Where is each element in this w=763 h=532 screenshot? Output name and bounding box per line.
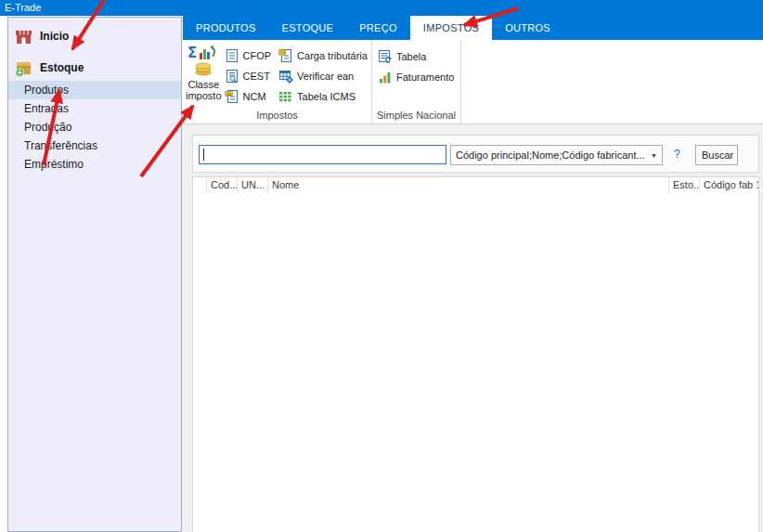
tab-produtos[interactable]: PRODUTOS <box>183 16 269 40</box>
tab-impostos[interactable]: IMPOSTOS <box>410 16 492 40</box>
search-panel: Código principal;Nome;Código fabricant..… <box>192 135 759 173</box>
ribbon-tab-bar: PRODUTOS ESTOQUE PREÇO IMPOSTOS OUTROS <box>183 16 763 40</box>
sidebar-section-inicio[interactable]: Inicio <box>8 25 181 47</box>
tab-estoque[interactable]: ESTOQUE <box>269 16 347 40</box>
group-label-simples-nacional: Simples Nacional <box>372 110 460 121</box>
cfop-button[interactable]: CFOP <box>222 45 275 66</box>
document-search-icon <box>225 69 239 84</box>
document-badge-icon: 13 <box>278 48 293 63</box>
column-header-unidade[interactable]: UN... <box>238 177 268 194</box>
column-header-nome[interactable]: Nome <box>268 177 669 194</box>
tab-outros[interactable]: OUTROS <box>492 16 563 40</box>
main-content: Código principal;Nome;Código fabricant..… <box>192 135 759 532</box>
table-swirl-icon <box>378 49 393 64</box>
app-title: E-Trade <box>5 2 41 13</box>
table-body[interactable] <box>193 194 758 532</box>
ribbon-group-simples-nacional: Tabela Faturamento Simples Nacional <box>372 40 461 123</box>
column-header-estoque[interactable]: Esto... <box>669 177 700 194</box>
group-label-impostos: Impostos <box>183 110 371 121</box>
search-field-value: Código principal;Nome;Código fabricant..… <box>456 149 647 161</box>
svg-text:Σ: Σ <box>188 45 197 61</box>
tab-preco[interactable]: PREÇO <box>346 16 410 40</box>
document-list-icon <box>225 48 239 63</box>
sidebar-section-label: Inicio <box>40 30 69 43</box>
sidebar-nav-list: Produtos Entradas Produção Transferência… <box>8 81 181 174</box>
sidebar-section-estoque[interactable]: Estoque <box>8 57 181 79</box>
svg-text:ab: ab <box>226 92 231 97</box>
ribbon-group-impostos: Σ Classe imposto <box>183 40 372 123</box>
titlebar: E-Trade <box>0 0 763 16</box>
classe-imposto-label: Classe imposto <box>186 79 222 101</box>
app-window: E-Trade PRODUTOS ESTOQUE PREÇO IMPOSTOS … <box>0 0 763 532</box>
crate-plus-icon <box>15 59 32 77</box>
sidebar-item-producao[interactable]: Produção <box>8 118 181 136</box>
ncm-button[interactable]: ab NCM <box>222 86 275 107</box>
green-grid-icon <box>278 89 293 104</box>
search-field-select[interactable]: Código principal;Nome;Código fabricant..… <box>450 145 663 165</box>
sigma-chart-coins-icon: Σ <box>188 45 219 76</box>
sidebar: Inicio Estoque Produtos Entradas Produçã… <box>7 17 182 532</box>
search-help-link[interactable]: ? <box>674 148 680 161</box>
svg-text:13: 13 <box>280 50 286 55</box>
tabela-icms-button[interactable]: Tabela ICMS <box>276 86 370 107</box>
column-header-selector[interactable] <box>193 177 207 194</box>
ribbon: Σ Classe imposto <box>183 40 763 124</box>
sidebar-item-emprestimo[interactable]: Empréstimo <box>8 155 181 174</box>
ribbon-empty-area <box>461 40 763 123</box>
sidebar-item-produtos[interactable]: Produtos <box>8 81 181 99</box>
products-table: Cod... UN... Nome Esto... Código fab 1 <box>192 176 759 532</box>
cest-button[interactable]: CEST <box>222 66 275 86</box>
document-tag-icon: ab <box>225 89 239 104</box>
table-gear-icon <box>278 69 293 84</box>
verificar-ean-button[interactable]: Verificar ean <box>276 66 370 86</box>
store-icon <box>15 28 32 45</box>
carga-tributaria-button[interactable]: 13 Carga tributária <box>276 45 370 66</box>
column-header-codigo-fab[interactable]: Código fab 1 <box>700 177 758 194</box>
impostos-buttons: CFOP CEST <box>222 45 370 107</box>
sidebar-item-entradas[interactable]: Entradas <box>8 99 181 118</box>
text-cursor <box>203 149 204 161</box>
buscar-button[interactable]: Buscar <box>695 145 738 165</box>
faturamento-button[interactable]: Faturamento <box>375 67 457 87</box>
chevron-down-icon: ▼ <box>651 152 657 159</box>
table-header: Cod... UN... Nome Esto... Código fab 1 <box>193 177 758 195</box>
sidebar-item-transferencias[interactable]: Transferências <box>8 136 181 155</box>
classe-imposto-button[interactable]: Σ Classe imposto <box>186 44 222 107</box>
search-input[interactable] <box>199 145 446 164</box>
sidebar-section-label: Estoque <box>40 61 84 74</box>
column-header-codigo[interactable]: Cod... <box>207 177 238 194</box>
bar-chart-icon <box>378 70 393 84</box>
simples-nacional-buttons: Tabela Faturamento <box>375 46 457 87</box>
tabela-button[interactable]: Tabela <box>375 46 457 67</box>
